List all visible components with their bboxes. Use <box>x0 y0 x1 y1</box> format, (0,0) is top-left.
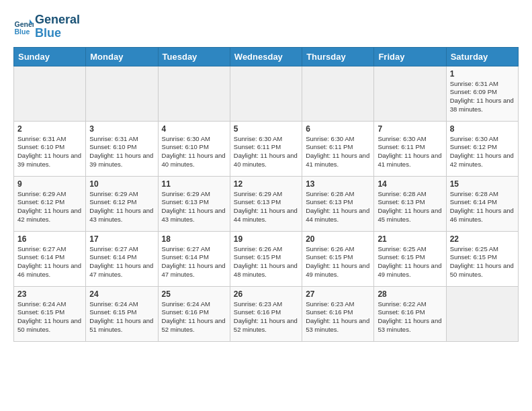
day-info: Sunrise: 6:30 AM Sunset: 6:11 PM Dayligh… <box>378 135 442 169</box>
weekday-header-saturday: Saturday <box>446 47 518 66</box>
calendar-cell: 26Sunrise: 6:23 AM Sunset: 6:16 PM Dayli… <box>230 286 302 341</box>
calendar-cell: 11Sunrise: 6:29 AM Sunset: 6:13 PM Dayli… <box>158 176 230 231</box>
day-info: Sunrise: 6:24 AM Sunset: 6:16 PM Dayligh… <box>162 300 226 334</box>
day-info: Sunrise: 6:28 AM Sunset: 6:13 PM Dayligh… <box>306 190 370 224</box>
page-header: General Blue General Blue <box>13 13 519 40</box>
day-number: 24 <box>89 289 154 299</box>
weekday-header-tuesday: Tuesday <box>158 47 230 66</box>
day-number: 6 <box>306 124 370 134</box>
day-info: Sunrise: 6:30 AM Sunset: 6:11 PM Dayligh… <box>306 135 370 169</box>
calendar-cell: 15Sunrise: 6:28 AM Sunset: 6:14 PM Dayli… <box>446 176 518 231</box>
calendar-cell: 1Sunrise: 6:31 AM Sunset: 6:09 PM Daylig… <box>446 66 518 121</box>
day-info: Sunrise: 6:31 AM Sunset: 6:10 PM Dayligh… <box>17 135 82 169</box>
day-info: Sunrise: 6:31 AM Sunset: 6:10 PM Dayligh… <box>89 135 154 169</box>
day-info: Sunrise: 6:22 AM Sunset: 6:16 PM Dayligh… <box>378 300 442 334</box>
logo: General Blue General Blue <box>13 13 80 40</box>
calendar-cell: 9Sunrise: 6:29 AM Sunset: 6:12 PM Daylig… <box>14 176 86 231</box>
day-info: Sunrise: 6:25 AM Sunset: 6:15 PM Dayligh… <box>450 245 515 279</box>
day-info: Sunrise: 6:28 AM Sunset: 6:14 PM Dayligh… <box>450 190 515 224</box>
day-info: Sunrise: 6:30 AM Sunset: 6:12 PM Dayligh… <box>450 135 515 169</box>
day-info: Sunrise: 6:28 AM Sunset: 6:13 PM Dayligh… <box>378 190 442 224</box>
calendar-cell: 3Sunrise: 6:31 AM Sunset: 6:10 PM Daylig… <box>86 121 158 176</box>
calendar-cell: 22Sunrise: 6:25 AM Sunset: 6:15 PM Dayli… <box>446 231 518 286</box>
calendar-cell: 19Sunrise: 6:26 AM Sunset: 6:15 PM Dayli… <box>230 231 302 286</box>
day-number: 12 <box>234 179 298 189</box>
weekday-header-monday: Monday <box>86 47 158 66</box>
day-number: 20 <box>306 234 370 244</box>
day-info: Sunrise: 6:30 AM Sunset: 6:10 PM Dayligh… <box>162 135 226 169</box>
calendar-body: 1Sunrise: 6:31 AM Sunset: 6:09 PM Daylig… <box>14 66 519 341</box>
calendar-cell: 24Sunrise: 6:24 AM Sunset: 6:15 PM Dayli… <box>86 286 158 341</box>
calendar-cell: 13Sunrise: 6:28 AM Sunset: 6:13 PM Dayli… <box>302 176 374 231</box>
day-info: Sunrise: 6:25 AM Sunset: 6:15 PM Dayligh… <box>378 245 442 279</box>
day-number: 4 <box>162 124 226 134</box>
calendar-cell <box>446 286 518 341</box>
day-info: Sunrise: 6:29 AM Sunset: 6:12 PM Dayligh… <box>89 190 154 224</box>
logo-line1: General <box>35 13 80 27</box>
weekday-header-thursday: Thursday <box>302 47 374 66</box>
calendar-cell <box>86 66 158 121</box>
day-number: 19 <box>234 234 298 244</box>
calendar-cell: 8Sunrise: 6:30 AM Sunset: 6:12 PM Daylig… <box>446 121 518 176</box>
day-number: 21 <box>378 234 442 244</box>
calendar-cell: 21Sunrise: 6:25 AM Sunset: 6:15 PM Dayli… <box>374 231 446 286</box>
calendar-cell: 4Sunrise: 6:30 AM Sunset: 6:10 PM Daylig… <box>158 121 230 176</box>
day-number: 26 <box>234 289 298 299</box>
calendar-cell: 25Sunrise: 6:24 AM Sunset: 6:16 PM Dayli… <box>158 286 230 341</box>
weekday-header-sunday: Sunday <box>14 47 86 66</box>
day-number: 7 <box>378 124 442 134</box>
calendar-cell: 18Sunrise: 6:27 AM Sunset: 6:14 PM Dayli… <box>158 231 230 286</box>
calendar-cell: 23Sunrise: 6:24 AM Sunset: 6:15 PM Dayli… <box>14 286 86 341</box>
logo-icon: General Blue <box>13 17 34 37</box>
day-number: 3 <box>89 124 154 134</box>
calendar-week-2: 2Sunrise: 6:31 AM Sunset: 6:10 PM Daylig… <box>14 121 519 176</box>
day-number: 11 <box>162 179 226 189</box>
calendar-cell: 14Sunrise: 6:28 AM Sunset: 6:13 PM Dayli… <box>374 176 446 231</box>
day-number: 1 <box>450 69 515 79</box>
calendar-week-5: 23Sunrise: 6:24 AM Sunset: 6:15 PM Dayli… <box>14 286 519 341</box>
day-info: Sunrise: 6:26 AM Sunset: 6:15 PM Dayligh… <box>306 245 370 279</box>
logo-line2: Blue <box>35 27 80 40</box>
day-info: Sunrise: 6:27 AM Sunset: 6:14 PM Dayligh… <box>162 245 226 279</box>
calendar-week-4: 16Sunrise: 6:27 AM Sunset: 6:14 PM Dayli… <box>14 231 519 286</box>
weekday-header-wednesday: Wednesday <box>230 47 302 66</box>
calendar-cell <box>230 66 302 121</box>
calendar-cell: 10Sunrise: 6:29 AM Sunset: 6:12 PM Dayli… <box>86 176 158 231</box>
calendar-cell <box>14 66 86 121</box>
day-number: 16 <box>17 234 82 244</box>
day-info: Sunrise: 6:29 AM Sunset: 6:13 PM Dayligh… <box>162 190 226 224</box>
day-number: 18 <box>162 234 226 244</box>
day-info: Sunrise: 6:27 AM Sunset: 6:14 PM Dayligh… <box>89 245 154 279</box>
calendar-week-3: 9Sunrise: 6:29 AM Sunset: 6:12 PM Daylig… <box>14 176 519 231</box>
calendar-cell: 20Sunrise: 6:26 AM Sunset: 6:15 PM Dayli… <box>302 231 374 286</box>
day-info: Sunrise: 6:26 AM Sunset: 6:15 PM Dayligh… <box>234 245 298 279</box>
calendar-cell: 16Sunrise: 6:27 AM Sunset: 6:14 PM Dayli… <box>14 231 86 286</box>
day-info: Sunrise: 6:27 AM Sunset: 6:14 PM Dayligh… <box>17 245 82 279</box>
day-number: 25 <box>162 289 226 299</box>
day-number: 17 <box>89 234 154 244</box>
day-info: Sunrise: 6:24 AM Sunset: 6:15 PM Dayligh… <box>89 300 154 334</box>
calendar-week-1: 1Sunrise: 6:31 AM Sunset: 6:09 PM Daylig… <box>14 66 519 121</box>
day-info: Sunrise: 6:23 AM Sunset: 6:16 PM Dayligh… <box>234 300 298 334</box>
day-number: 15 <box>450 179 515 189</box>
day-number: 14 <box>378 179 442 189</box>
day-info: Sunrise: 6:29 AM Sunset: 6:12 PM Dayligh… <box>17 190 82 224</box>
day-number: 9 <box>17 179 82 189</box>
calendar-cell <box>374 66 446 121</box>
calendar-cell: 5Sunrise: 6:30 AM Sunset: 6:11 PM Daylig… <box>230 121 302 176</box>
day-number: 2 <box>17 124 82 134</box>
day-info: Sunrise: 6:31 AM Sunset: 6:09 PM Dayligh… <box>450 80 515 114</box>
day-number: 23 <box>17 289 82 299</box>
calendar-cell: 6Sunrise: 6:30 AM Sunset: 6:11 PM Daylig… <box>302 121 374 176</box>
day-number: 8 <box>450 124 515 134</box>
day-number: 10 <box>89 179 154 189</box>
day-info: Sunrise: 6:29 AM Sunset: 6:13 PM Dayligh… <box>234 190 298 224</box>
day-info: Sunrise: 6:23 AM Sunset: 6:16 PM Dayligh… <box>306 300 370 334</box>
day-info: Sunrise: 6:24 AM Sunset: 6:15 PM Dayligh… <box>17 300 82 334</box>
svg-text:Blue: Blue <box>15 27 30 35</box>
calendar-cell: 12Sunrise: 6:29 AM Sunset: 6:13 PM Dayli… <box>230 176 302 231</box>
calendar-cell: 7Sunrise: 6:30 AM Sunset: 6:11 PM Daylig… <box>374 121 446 176</box>
calendar-cell: 27Sunrise: 6:23 AM Sunset: 6:16 PM Dayli… <box>302 286 374 341</box>
calendar-cell: 28Sunrise: 6:22 AM Sunset: 6:16 PM Dayli… <box>374 286 446 341</box>
calendar-cell: 17Sunrise: 6:27 AM Sunset: 6:14 PM Dayli… <box>86 231 158 286</box>
